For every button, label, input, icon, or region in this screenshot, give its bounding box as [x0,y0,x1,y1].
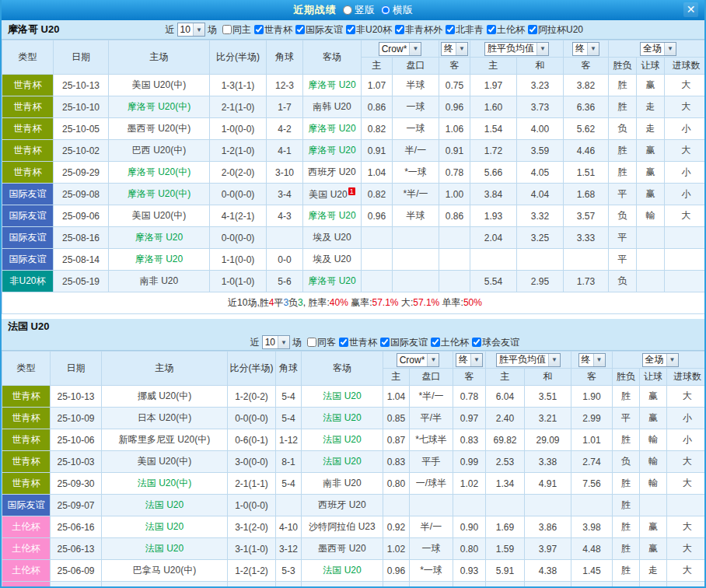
goals-cell: 大 [667,560,706,582]
competition-filter-checkbox[interactable] [528,25,537,34]
final-odds-select[interactable]: 终▼ [578,353,606,367]
scope-select[interactable]: 全场▼ [640,42,676,56]
dropdown-arrow-icon: ▼ [664,43,676,55]
handicap-cell: 半/一 [393,140,439,162]
competition-filter[interactable]: 世青杯 [254,23,292,37]
competition-filter[interactable]: 国际友谊 [380,336,428,349]
match-count-select[interactable]: 10▼ [262,335,290,349]
competition-filter-label: 北非青 [456,23,484,37]
final-odds-select[interactable]: 终▼ [441,42,468,56]
col-header-type: 类型 [2,352,51,386]
competition-filter-checkbox[interactable] [380,338,390,347]
final-odds-select[interactable]: 终▼ [572,42,599,56]
layout-option-horizontal[interactable]: 横版 [381,3,413,17]
col-header-goals: 进球数 [667,369,706,386]
card-badge: 1 [348,187,355,195]
col-header-type: 类型 [2,40,54,75]
col-header-corner: 角球 [276,352,302,386]
corner-cell: 3-10 [267,162,303,184]
competition-filter[interactable]: 北非青 [446,23,484,37]
away-team-cell: 埃及 U20 [303,227,362,249]
layout-option-vertical[interactable]: 竖版 [343,3,375,17]
team-section-header: 摩洛哥 U20 近 10▼ 场 同主世青杯国际友谊非U20杯非青杯外北非青土伦杯… [2,20,704,40]
match-count-value: 10 [180,24,190,35]
final-select-cell: 终▼ [453,352,486,369]
goals-cell: 大 [665,140,706,162]
competition-filter[interactable]: 国际友谊 [295,23,343,37]
match-row: 国际友谊25-08-16摩洛哥 U200-0(0-0)埃及 U202.043.2… [2,227,706,249]
competition-filter-checkbox[interactable] [222,25,232,34]
avg-home-odds-cell: 69.82 [486,429,525,451]
competition-filter[interactable]: 阿拉杯U20 [528,23,583,37]
match-count-select[interactable]: 10▼ [177,23,205,37]
match-row: 国际友谊25-09-08摩洛哥 U20(中)0-0(0-0)3-4美国 U201… [2,184,706,205]
competition-filter[interactable]: 土伦杯 [487,23,525,37]
avg-away-odds-cell: 3.98 [571,516,613,538]
corner-cell [276,495,302,516]
result-cell: 胜 [613,516,640,538]
handicap-result-cell: 赢 [640,538,667,560]
date-cell: 25-09-07 [51,495,102,516]
avg-odds-select[interactable]: 胜平负均值▼ [496,353,561,367]
crow-away-odds-cell: 0.97 [453,408,486,429]
competition-filter[interactable]: 同主 [222,23,251,37]
filter-line: 近 10▼ 场 同客世青杯国际友谊土伦杯球会友谊 [8,334,698,350]
avg-away-odds-cell: 1.73 [564,271,609,292]
score-cell: 4-1(2-1) [210,205,267,227]
competition-filter-checkbox[interactable] [295,25,305,34]
date-cell: 25-09-29 [54,162,109,184]
final-odds-select[interactable]: 终▼ [456,353,483,367]
horizontal-layout-radio[interactable] [381,5,390,15]
competition-filter-checkbox[interactable] [395,25,404,34]
vertical-layout-label: 竖版 [355,3,375,17]
avg-home-odds-cell: 1.41 [486,582,525,588]
competition-filter-checkbox[interactable] [487,25,496,34]
competition-filter-checkbox[interactable] [254,25,264,34]
summary-segment: 负 [288,297,298,308]
away-team-cell: 法国 U20 [302,408,383,429]
away-team-cell: 埃及 U20 [303,249,362,271]
away-team-cell: 摩洛哥 U20 [303,118,362,140]
close-icon[interactable]: ✕ [683,2,698,17]
competition-filter[interactable]: 非青杯外 [395,23,442,37]
window-titlebar: 近期战绩 竖版 横版 ✕ [2,0,704,20]
col-header-score: 比分(半场) [210,40,267,75]
avg-home-odds-cell: 1.60 [470,96,517,118]
competition-filter[interactable]: 土伦杯 [431,336,469,349]
competition-filter-checkbox[interactable] [472,338,481,347]
recent-results-window: 近期战绩 竖版 横版 ✕ 摩洛哥 U20 近 10▼ 场 同主世青杯国际友谊非U… [0,0,706,588]
vertical-layout-radio[interactable] [343,5,352,15]
final-odds-value: 终 [582,353,591,366]
competition-filter-checkbox[interactable] [446,25,455,34]
competition-filter-label: 同主 [232,23,251,37]
competition-filter-label: 非U20杯 [356,23,392,37]
handicap-result-cell: 赢 [637,184,665,205]
competition-filter[interactable]: 非U20杯 [346,23,392,37]
competition-filter-checkbox[interactable] [307,338,316,347]
handicap-result-cell: 走 [637,118,665,140]
corner-cell: 5-4 [276,473,302,495]
avg-home-odds-cell [486,495,525,516]
handicap-cell: *半/一 [393,184,439,205]
handicap-cell: *半/一 [410,386,453,408]
odds-company-select[interactable]: Crow*▼ [397,353,440,367]
crow-away-odds-cell: 0.90 [453,516,486,538]
competition-filter[interactable]: 球会友谊 [472,336,519,349]
scope-select-cell: 全场▼ [613,352,706,369]
crow-away-odds-cell: 0.99 [453,451,486,473]
crow-home-odds-cell [362,271,393,292]
competition-filter[interactable]: 同客 [307,336,336,349]
results-table-body: 世青杯25-10-13美国 U20(中)1-3(1-1)12-3摩洛哥 U201… [2,75,706,292]
summary-segment: 3 [298,297,303,308]
avg-odds-select[interactable]: 胜平负均值▼ [484,42,549,56]
odds-company-select[interactable]: Crow*▼ [379,42,422,56]
competition-filter[interactable]: 世青杯 [339,336,377,349]
scope-select[interactable]: 全场▼ [642,353,679,367]
competition-filter-checkbox[interactable] [339,338,348,347]
date-cell: 25-10-05 [54,118,109,140]
corner-cell: 8-1 [276,451,302,473]
away-team-cell: 沙特阿拉伯 U23 [302,516,383,538]
crow-away-odds-cell: 1.06 [439,118,470,140]
competition-filter-checkbox[interactable] [431,338,440,347]
competition-filter-checkbox[interactable] [346,25,355,34]
